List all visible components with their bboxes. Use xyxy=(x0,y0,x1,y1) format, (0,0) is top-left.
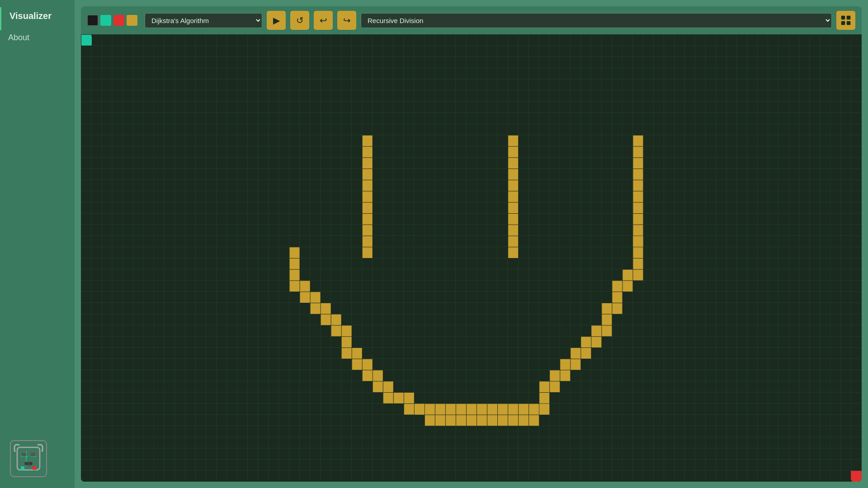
color-swatch-teal[interactable] xyxy=(100,15,111,26)
grid-container[interactable] xyxy=(81,34,862,482)
redo-button[interactable]: ↪ xyxy=(337,11,356,30)
algorithm-select[interactable]: Dijkstra's Algorithm A* Search BFS DFS xyxy=(145,13,262,28)
grid-toggle-button[interactable] xyxy=(836,11,855,30)
svg-rect-0 xyxy=(10,441,47,477)
undo-button[interactable]: ↩ xyxy=(314,11,333,30)
grid-canvas[interactable] xyxy=(81,34,862,482)
app-logo xyxy=(8,438,49,479)
sidebar-item-about[interactable]: About xyxy=(0,30,75,45)
svg-rect-15 xyxy=(847,16,850,19)
end-cell xyxy=(851,471,860,480)
play-button[interactable]: ▶ xyxy=(267,11,286,30)
start-cell xyxy=(83,36,92,45)
color-swatch-yellow[interactable] xyxy=(127,15,137,26)
svg-point-10 xyxy=(25,463,27,465)
color-swatches xyxy=(87,15,137,26)
svg-point-11 xyxy=(30,463,32,465)
svg-rect-7 xyxy=(22,453,26,456)
color-swatch-black[interactable] xyxy=(87,15,98,26)
color-swatch-red[interactable] xyxy=(113,15,124,26)
maze-select[interactable]: Recursive Division Random Maze Horizonta… xyxy=(361,13,832,28)
svg-rect-8 xyxy=(31,453,35,456)
svg-rect-14 xyxy=(841,16,845,19)
svg-rect-13 xyxy=(33,466,36,470)
toolbar: Dijkstra's Algorithm A* Search BFS DFS ▶… xyxy=(81,6,862,34)
svg-rect-17 xyxy=(847,21,850,25)
svg-rect-16 xyxy=(841,21,845,25)
refresh-button[interactable]: ↺ xyxy=(290,11,309,30)
sidebar: Visualizer About xyxy=(0,0,75,488)
main-panel: Dijkstra's Algorithm A* Search BFS DFS ▶… xyxy=(75,0,868,488)
svg-rect-12 xyxy=(21,466,24,470)
app-title: Visualizer xyxy=(0,7,75,30)
